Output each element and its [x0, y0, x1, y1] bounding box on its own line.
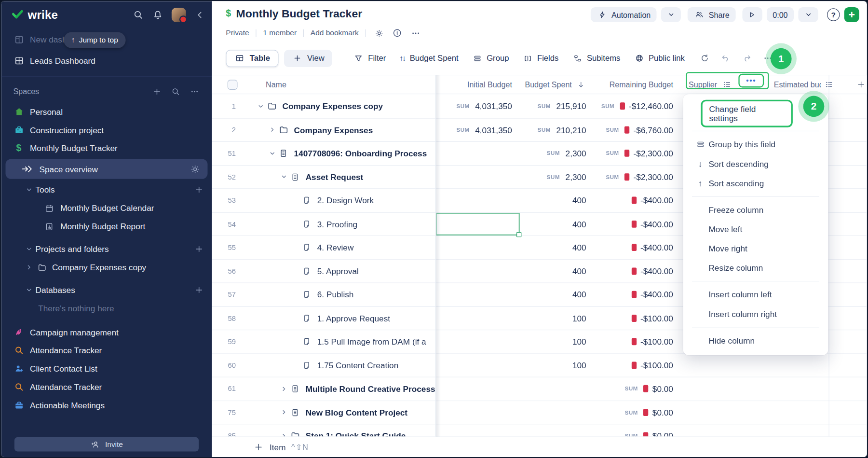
create-new-button[interactable]: + — [844, 7, 859, 22]
chevron-right-icon[interactable] — [278, 432, 289, 436]
menu-item-move-right[interactable]: Move right — [683, 239, 828, 258]
automation-button[interactable]: Automation — [590, 7, 657, 22]
filter-button[interactable]: Filter — [353, 54, 386, 62]
info-icon[interactable] — [392, 28, 403, 38]
sidebar-section-tools[interactable]: Tools — [1, 180, 212, 199]
row-name[interactable]: 1.75 Content Creation — [317, 361, 398, 370]
chevron-down-icon[interactable] — [255, 103, 266, 110]
sidebar-item-company-expenses-copy[interactable]: Company Expenses copy — [1, 258, 212, 277]
cell-budget-spent[interactable]: SUM2,300 — [520, 166, 594, 189]
subitems-button[interactable]: Subitems — [572, 54, 620, 62]
cell-remaining-budget[interactable]: -$400.00 — [594, 212, 681, 236]
cell-supplier[interactable] — [681, 424, 768, 436]
chevron-right-icon[interactable] — [278, 409, 289, 416]
menu-item-freeze-column[interactable]: Freeze column — [683, 200, 828, 219]
sidebar-item-personal[interactable]: Personal — [1, 102, 212, 121]
table-row[interactable]: 60 1.75 Content Creation 100 -$100.00 — [212, 354, 867, 377]
sidebar-item-monthly-budget-calendar[interactable]: Monthly Budget Calendar — [1, 199, 212, 217]
selected-cell-initial-budget[interactable] — [435, 212, 519, 236]
row-name[interactable]: Step 1: Quick Start Guide — [306, 431, 406, 436]
row-name[interactable]: 1407708096: Onboarding Process — [294, 149, 427, 158]
sidebar-item-attendance-tracker[interactable]: Attendance Tracker — [1, 341, 212, 360]
cell-remaining-budget[interactable]: -$400.00 — [594, 283, 681, 306]
cell-estimated[interactable] — [768, 424, 833, 436]
collapse-sidebar-icon[interactable] — [194, 11, 205, 19]
row-name[interactable]: Company Expenses — [294, 125, 373, 135]
cell-initial-budget[interactable] — [435, 142, 519, 165]
menu-item-change-field-settings[interactable]: Change field settings — [701, 100, 793, 127]
menu-item-sort-ascending[interactable]: ↑ Sort ascending — [683, 173, 828, 193]
add-tool-icon[interactable] — [193, 186, 204, 194]
add-project-icon[interactable] — [193, 245, 204, 253]
column-header-budget-spent[interactable]: Budget Spent — [520, 80, 594, 89]
chevron-right-icon[interactable] — [278, 386, 289, 392]
cell-supplier[interactable] — [681, 401, 768, 424]
select-all-checkbox[interactable] — [228, 80, 238, 90]
cell-initial-budget[interactable] — [435, 424, 519, 436]
cell-remaining-budget[interactable]: -$400.00 — [594, 236, 681, 259]
cell-remaining-budget[interactable]: SUM-$6,760.00 — [594, 118, 681, 141]
menu-item-resize-column[interactable]: Resize column — [683, 258, 828, 278]
cell-remaining-budget[interactable]: -$100.00 — [594, 330, 681, 353]
cell-remaining-budget[interactable]: -$400.00 — [594, 189, 681, 212]
row-name[interactable]: Asset Request — [306, 172, 364, 182]
cell-initial-budget[interactable] — [435, 283, 519, 306]
row-name[interactable]: Multiple Round Creative Process — [306, 384, 435, 394]
menu-item-sort-descending[interactable]: ↓ Sort descending — [683, 154, 828, 173]
cell-budget-spent[interactable] — [520, 401, 594, 424]
settings-gear-icon[interactable] — [374, 28, 385, 37]
cell-budget-spent[interactable]: SUM210,210 — [520, 118, 594, 141]
cell-remaining-budget[interactable]: SUM$0.00 — [594, 401, 681, 424]
chevron-right-icon[interactable] — [267, 126, 278, 133]
sidebar-item-construction-project[interactable]: Construction project — [1, 121, 212, 139]
refresh-icon[interactable] — [699, 54, 710, 62]
cell-remaining-budget[interactable]: -$400.00 — [594, 260, 681, 283]
column-header-estimated-budget[interactable]: Estimated budget — [768, 80, 833, 89]
gear-icon[interactable] — [190, 164, 201, 174]
menu-item-insert-column-left[interactable]: Insert column left — [683, 285, 828, 304]
menu-item-hide-column[interactable]: Hide column — [683, 331, 828, 350]
menu-item-insert-column-right[interactable]: Insert column right — [683, 304, 828, 323]
row-name[interactable]: 4. Review — [317, 243, 354, 252]
cell-supplier[interactable] — [681, 377, 768, 401]
help-button[interactable]: ? — [827, 8, 840, 21]
row-name[interactable]: 5. Approval — [317, 266, 359, 276]
cell-budget-spent[interactable]: 400 — [520, 189, 594, 212]
cell-remaining-budget[interactable]: SUM-$2,300.00 — [594, 142, 681, 165]
table-row[interactable]: 75 New Blog Content Project SUM$0.00 — [212, 401, 867, 425]
sidebar-section-projects-and-folders[interactable]: Projects and folders — [1, 240, 212, 258]
automation-dropdown-button[interactable] — [661, 7, 681, 22]
wrike-logo[interactable]: wrike — [12, 8, 58, 22]
sidebar-item-space-overview[interactable]: Space overview — [5, 159, 207, 179]
undo-icon[interactable] — [720, 54, 731, 62]
cell-initial-budget[interactable] — [435, 377, 519, 401]
cell-initial-budget[interactable]: SUM4,031,350 — [435, 118, 519, 141]
column-header-supplier[interactable]: Supplier ••• — [681, 80, 768, 89]
tab-table-view[interactable]: Table — [226, 50, 278, 67]
row-name[interactable]: New Blog Content Project — [306, 408, 407, 417]
cell-initial-budget[interactable] — [435, 306, 519, 330]
public-link-button[interactable]: Public link — [634, 54, 685, 62]
members-link[interactable]: 1 member — [263, 29, 297, 37]
column-menu-button[interactable]: ••• — [738, 73, 764, 87]
timer-play-button[interactable] — [742, 7, 762, 22]
cell-estimated[interactable] — [768, 354, 833, 377]
cell-budget-spent[interactable]: 400 — [520, 212, 594, 236]
cell-initial-budget[interactable] — [435, 401, 519, 424]
column-header-remaining-budget[interactable]: Remaining Budget — [594, 80, 681, 89]
group-button[interactable]: Group — [472, 54, 509, 62]
cell-initial-budget[interactable] — [435, 189, 519, 212]
add-database-icon[interactable] — [193, 286, 204, 294]
table-row[interactable]: 85 Step 1: Quick Start Guide SUM$0.00 — [212, 424, 867, 436]
sidebar-item-monthly-budget-report[interactable]: Monthly Budget Report — [1, 217, 212, 236]
search-icon[interactable] — [133, 10, 144, 20]
cell-estimated[interactable] — [768, 401, 833, 424]
user-avatar[interactable] — [172, 8, 186, 22]
cell-budget-spent[interactable]: 400 — [520, 260, 594, 283]
cell-budget-spent[interactable]: 100 — [520, 354, 594, 377]
cell-remaining-budget[interactable]: -$100.00 — [594, 354, 681, 377]
add-bookmark-link[interactable]: Add bookmark — [311, 29, 359, 37]
share-button[interactable]: Share — [688, 7, 735, 22]
search-spaces-icon[interactable] — [170, 87, 181, 96]
sidebar-section-databases[interactable]: Databases — [1, 281, 212, 299]
